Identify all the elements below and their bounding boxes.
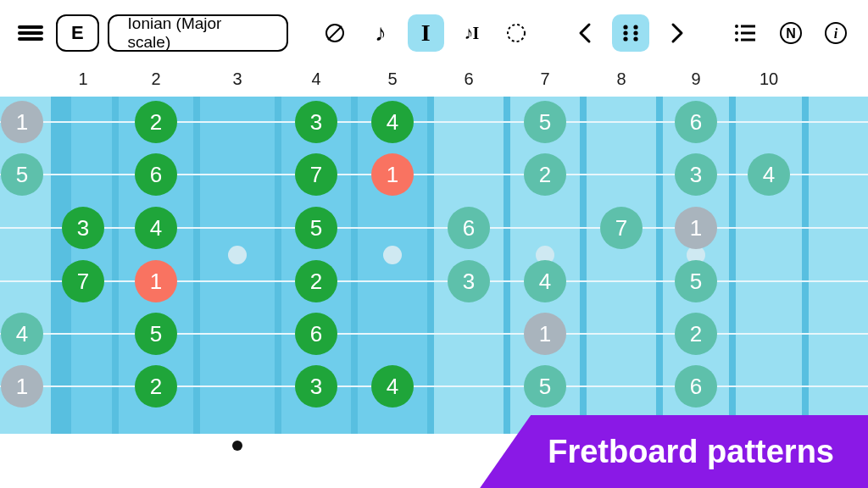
- note-dot[interactable]: 6: [295, 313, 337, 355]
- scale-selector[interactable]: Ionian (Major scale): [108, 14, 288, 52]
- note-dot[interactable]: 7: [62, 260, 104, 302]
- fret-line: [427, 97, 434, 434]
- fret-number: 8: [616, 69, 626, 89]
- svg-point-5: [624, 30, 628, 35]
- svg-rect-10: [741, 25, 755, 28]
- svg-point-2: [508, 25, 525, 42]
- svg-point-11: [735, 31, 738, 35]
- clear-icon[interactable]: [316, 14, 353, 52]
- inlay-marker: [383, 246, 402, 264]
- string-line: [0, 121, 868, 123]
- dice-icon[interactable]: [612, 14, 649, 52]
- fret-number-row: 12345678910: [0, 66, 868, 97]
- reset-icon[interactable]: N: [772, 14, 810, 52]
- note-dot[interactable]: 1: [524, 313, 566, 355]
- string-line: [0, 280, 868, 282]
- note-dot[interactable]: 6: [675, 101, 717, 143]
- note-name-toggle[interactable]: ♪: [362, 14, 399, 52]
- string-line: [0, 174, 868, 175]
- list-icon[interactable]: [726, 14, 764, 52]
- note-dot[interactable]: 3: [295, 365, 337, 408]
- fret-line: [275, 97, 281, 434]
- fret-line: [580, 97, 587, 434]
- fret-marker-dot: [232, 441, 242, 451]
- svg-line-1: [328, 26, 342, 40]
- toolbar: E Ionian (Major scale) ♪ I ♪I: [0, 0, 868, 66]
- note-dot[interactable]: 1: [371, 153, 414, 196]
- svg-rect-14: [741, 39, 755, 42]
- fret-line: [504, 97, 510, 434]
- note-dot[interactable]: 2: [675, 313, 717, 355]
- note-dot[interactable]: 6: [675, 365, 717, 408]
- fretboard[interactable]: 154137264152375263414635241576315264: [0, 97, 868, 434]
- note-dot[interactable]: 5: [295, 207, 337, 249]
- note-dot[interactable]: 2: [135, 365, 177, 408]
- fret-line: [656, 97, 663, 434]
- fret-number: 9: [691, 69, 700, 89]
- svg-point-7: [624, 36, 628, 41]
- svg-point-9: [735, 25, 738, 28]
- fret-line: [802, 97, 809, 434]
- fret-number: 1: [78, 69, 87, 89]
- note-dot[interactable]: 4: [524, 260, 566, 302]
- note-dot[interactable]: 3: [448, 260, 490, 302]
- note-dot[interactable]: 4: [1, 313, 43, 355]
- note-dot[interactable]: 3: [62, 207, 104, 249]
- note-dot[interactable]: 6: [448, 207, 490, 249]
- promo-banner: Fretboard patterns: [480, 415, 868, 488]
- fret-number: 2: [151, 69, 160, 89]
- note-dot[interactable]: 4: [135, 207, 177, 249]
- info-icon[interactable]: i: [817, 14, 854, 52]
- fret-number: 4: [311, 69, 320, 89]
- note-dot[interactable]: 4: [748, 153, 790, 196]
- fret-line: [112, 97, 119, 434]
- menu-icon[interactable]: [14, 14, 47, 53]
- note-dot[interactable]: 4: [371, 365, 414, 408]
- note-dot[interactable]: 1: [675, 207, 717, 249]
- note-dot[interactable]: 1: [1, 101, 43, 143]
- next-pattern-button[interactable]: [658, 14, 695, 52]
- svg-point-6: [634, 30, 638, 35]
- interval-toggle[interactable]: I: [408, 14, 445, 52]
- fret-line: [351, 97, 358, 434]
- svg-point-3: [624, 25, 628, 29]
- note-dot[interactable]: 1: [1, 365, 43, 408]
- fret-number: 6: [464, 69, 473, 89]
- note-dot[interactable]: 7: [295, 153, 337, 196]
- svg-rect-12: [741, 32, 755, 35]
- note-dot[interactable]: 6: [135, 153, 177, 196]
- svg-point-8: [634, 36, 638, 41]
- dotted-circle-icon[interactable]: [498, 14, 536, 52]
- key-selector[interactable]: E: [56, 14, 99, 52]
- svg-text:i: i: [834, 26, 838, 41]
- string-line: [0, 385, 868, 387]
- note-dot[interactable]: 2: [135, 101, 177, 143]
- svg-point-13: [735, 38, 738, 42]
- note-dot[interactable]: 2: [295, 260, 337, 302]
- fret-line: [193, 97, 200, 434]
- note-plus-interval-toggle[interactable]: ♪I: [453, 14, 490, 52]
- note-dot[interactable]: 5: [524, 365, 566, 408]
- note-dot[interactable]: 2: [524, 153, 566, 196]
- prev-pattern-button[interactable]: [567, 14, 604, 52]
- note-dot[interactable]: 3: [675, 153, 717, 196]
- note-dot[interactable]: 5: [135, 313, 177, 355]
- fret-number: 10: [760, 69, 778, 89]
- fret-number: 3: [232, 69, 242, 89]
- string-line: [0, 227, 868, 229]
- note-dot[interactable]: 5: [524, 101, 566, 143]
- note-dot[interactable]: 1: [135, 260, 177, 302]
- note-dot[interactable]: 5: [675, 260, 717, 302]
- svg-text:N: N: [786, 26, 796, 41]
- svg-point-4: [634, 25, 638, 29]
- note-dot[interactable]: 3: [295, 101, 337, 143]
- string-line: [0, 333, 868, 335]
- note-dot[interactable]: 4: [371, 101, 414, 143]
- note-dot[interactable]: 7: [600, 207, 643, 249]
- note-dot[interactable]: 5: [1, 153, 43, 196]
- inlay-marker: [228, 246, 247, 264]
- fret-line: [729, 97, 736, 434]
- fret-number: 5: [387, 69, 397, 89]
- fret-number: 7: [540, 69, 549, 89]
